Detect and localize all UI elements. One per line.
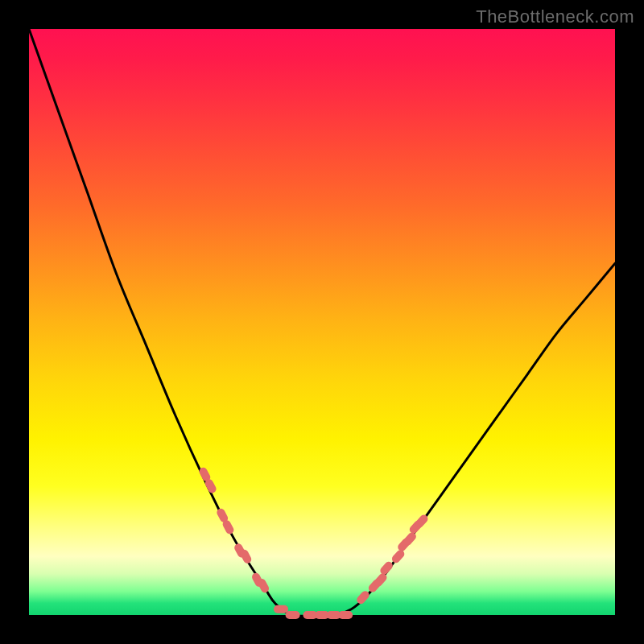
marker-bottom-cluster [274, 605, 288, 613]
chart-frame: TheBottleneck.com [0, 0, 644, 644]
watermark-text: TheBottleneck.com [476, 6, 634, 27]
curve-path [29, 29, 615, 616]
plot-area [29, 29, 615, 615]
chart-svg [29, 29, 615, 615]
marker-layer [198, 466, 430, 619]
marker-right-cluster [378, 560, 394, 576]
marker-bottom-cluster [338, 611, 353, 619]
marker-bottom-cluster [286, 611, 300, 619]
bottleneck-curve [29, 29, 615, 616]
